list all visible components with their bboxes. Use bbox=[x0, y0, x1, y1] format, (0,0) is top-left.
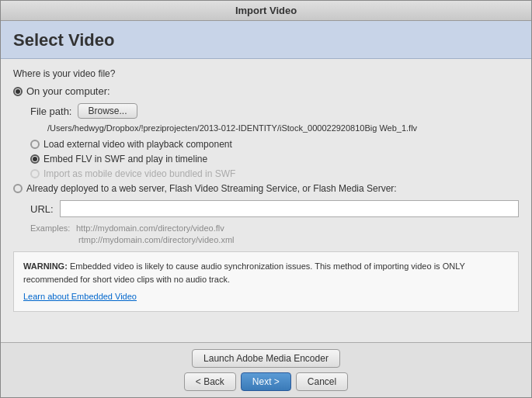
file-path-value: /Users/hedwyg/Dropbox/!preziprojecten/20… bbox=[47, 123, 519, 133]
import-mobile-row: Import as mobile device video bundled in… bbox=[30, 168, 519, 179]
warning-box: WARNING: Embedded video is likely to cau… bbox=[13, 251, 519, 312]
embed-flv-label: Embed FLV in SWF and play in timeline bbox=[43, 154, 207, 164]
import-mobile-label: Import as mobile device video bundled in… bbox=[43, 168, 235, 179]
next-button[interactable]: Next > bbox=[241, 372, 291, 391]
example1: http://mydomain.com/directory/video.flv bbox=[76, 223, 224, 233]
on-computer-label: On your computer: bbox=[26, 85, 110, 97]
url-row: URL: bbox=[30, 200, 519, 217]
warning-bold: WARNING: bbox=[23, 261, 68, 271]
examples-section: Examples: http://mydomain.com/directory/… bbox=[30, 222, 519, 245]
footer: Launch Adobe Media Encoder < Back Next >… bbox=[1, 342, 531, 397]
content-area: Where is your video file? On your comput… bbox=[1, 59, 531, 342]
header-section: Select Video bbox=[1, 21, 531, 59]
warning-detail: Embedded video is likely to cause audio … bbox=[23, 261, 465, 284]
load-external-row: Load external video with playback compon… bbox=[30, 139, 519, 150]
title-bar: Import Video bbox=[1, 1, 531, 21]
import-video-dialog: Import Video Select Video Where is your … bbox=[0, 0, 532, 398]
url-label: URL: bbox=[30, 203, 54, 215]
window-title: Import Video bbox=[235, 5, 297, 16]
warning-text: WARNING: Embedded video is likely to cau… bbox=[23, 260, 509, 286]
page-title: Select Video bbox=[13, 30, 519, 50]
file-path-label: File path: bbox=[30, 106, 71, 117]
learn-link[interactable]: Learn about Embedded Video bbox=[23, 290, 137, 303]
file-path-row: File path: Browse... bbox=[30, 103, 519, 119]
footer-row2: < Back Next > Cancel bbox=[184, 372, 348, 391]
already-deployed-label: Already deployed to a web server, Flash … bbox=[26, 183, 397, 194]
import-mobile-radio[interactable] bbox=[30, 169, 40, 178]
footer-layout: Launch Adobe Media Encoder < Back Next >… bbox=[184, 349, 348, 391]
embed-flv-radio[interactable] bbox=[30, 154, 40, 164]
footer-row1: Launch Adobe Media Encoder bbox=[184, 349, 348, 368]
url-input[interactable] bbox=[60, 200, 519, 217]
example2: rtmp://mydomain.com/directory/video.xml bbox=[78, 235, 235, 244]
already-deployed-radio[interactable] bbox=[13, 184, 23, 193]
on-computer-radio[interactable] bbox=[13, 87, 23, 96]
examples-label: Examples: bbox=[30, 223, 70, 233]
computer-options: File path: Browse... /Users/hedwyg/Dropb… bbox=[30, 103, 519, 179]
question-label: Where is your video file? bbox=[13, 68, 519, 79]
load-external-radio[interactable] bbox=[30, 140, 40, 149]
embed-flv-row: Embed FLV in SWF and play in timeline bbox=[30, 154, 519, 164]
on-computer-section: On your computer: bbox=[13, 85, 519, 97]
cancel-button[interactable]: Cancel bbox=[296, 372, 348, 391]
back-button[interactable]: < Back bbox=[184, 372, 236, 391]
load-external-label: Load external video with playback compon… bbox=[43, 139, 232, 150]
launch-media-encoder-button[interactable]: Launch Adobe Media Encoder bbox=[192, 349, 340, 368]
browse-button[interactable]: Browse... bbox=[78, 103, 137, 119]
already-deployed-row: Already deployed to a web server, Flash … bbox=[13, 183, 519, 194]
